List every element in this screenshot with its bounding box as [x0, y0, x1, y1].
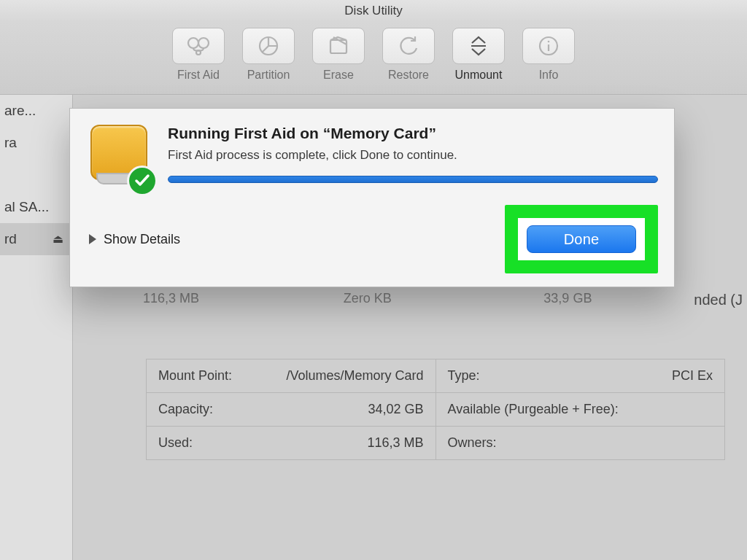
sidebar-item[interactable]: are...	[0, 95, 72, 127]
toolbar-label: Restore	[376, 69, 441, 82]
toolbar: First Aid Partition Erase Restore Unmoun…	[0, 22, 747, 95]
table-row: Used:116,3 MB Owners:	[147, 427, 724, 459]
svg-point-1	[198, 38, 209, 48]
svg-point-7	[548, 41, 550, 43]
toolbar-item-partition[interactable]: Partition	[236, 28, 301, 82]
detail-key: Available (Purgeable + Free):	[448, 402, 619, 417]
detail-val: PCI Ex	[672, 368, 713, 384]
eject-icon[interactable]: ⏏	[53, 223, 63, 255]
first-aid-icon	[172, 28, 225, 64]
toolbar-label: First Aid	[166, 69, 231, 82]
first-aid-dialog: Running First Aid on “Memory Card” First…	[69, 108, 675, 287]
show-details-toggle[interactable]: Show Details	[86, 232, 180, 247]
sidebar-item[interactable]	[0, 159, 72, 191]
progress-bar	[168, 176, 658, 183]
info-icon	[522, 28, 575, 64]
done-highlight: Done	[505, 205, 658, 273]
detail-key: Type:	[448, 368, 480, 384]
space-value: Zero KB	[325, 291, 525, 306]
table-row: Mount Point:/Volumes/Memory Card Type:PC…	[147, 359, 724, 393]
toolbar-item-info[interactable]: Info	[516, 28, 581, 82]
space-value: 116,3 MB	[124, 291, 325, 306]
toolbar-item-erase[interactable]: Erase	[306, 28, 371, 82]
truncated-text: nded (J	[694, 292, 743, 308]
dialog-title: Running First Aid on “Memory Card”	[168, 125, 658, 142]
toolbar-label: Info	[516, 69, 581, 82]
sidebar-item[interactable]: al SA...	[0, 191, 72, 223]
svg-point-2	[196, 50, 201, 55]
dialog-message: First Aid process is complete, click Don…	[168, 148, 658, 163]
erase-icon	[312, 28, 365, 64]
show-details-label: Show Details	[104, 232, 180, 247]
toolbar-label: Erase	[306, 69, 371, 82]
sidebar-item-label: rd	[4, 223, 17, 255]
table-row: Capacity:34,02 GB Available (Purgeable +…	[147, 393, 724, 427]
detail-key: Used:	[158, 435, 193, 451]
detail-key: Mount Point:	[158, 368, 232, 384]
toolbar-label: Partition	[236, 69, 301, 82]
detail-val: /Volumes/Memory Card	[286, 368, 423, 384]
restore-icon	[382, 28, 435, 64]
detail-key: Capacity:	[158, 402, 213, 417]
window-title: Disk Utility	[0, 0, 747, 22]
svg-point-0	[188, 38, 198, 48]
toolbar-label: Unmount	[446, 69, 511, 82]
disclosure-triangle-icon	[89, 234, 96, 244]
toolbar-item-first-aid[interactable]: First Aid	[166, 28, 231, 82]
detail-val: 116,3 MB	[367, 435, 423, 451]
sidebar: are... ra al SA... rd ⏏	[0, 95, 73, 560]
svg-rect-4	[330, 40, 347, 53]
details-table: Mount Point:/Volumes/Memory Card Type:PC…	[146, 359, 725, 460]
partition-icon	[242, 28, 295, 64]
sidebar-item[interactable]: ra	[0, 127, 72, 159]
detail-key: Owners:	[448, 435, 497, 451]
detail-val: 34,02 GB	[368, 402, 423, 417]
done-button[interactable]: Done	[527, 225, 636, 253]
drive-icon	[86, 125, 153, 192]
sidebar-item-selected[interactable]: rd ⏏	[0, 223, 72, 255]
toolbar-item-unmount[interactable]: Unmount	[446, 28, 511, 82]
unmount-icon	[452, 28, 505, 64]
toolbar-item-restore[interactable]: Restore	[376, 28, 441, 82]
checkmark-icon	[127, 166, 158, 196]
